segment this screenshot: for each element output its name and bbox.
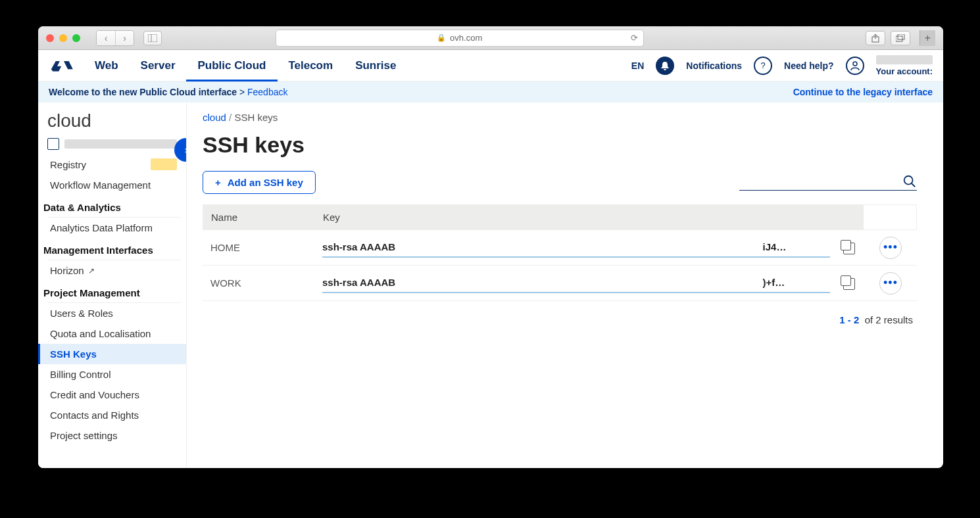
external-link-icon: ↗ — [88, 266, 95, 275]
toolbar: + Add an SSH key — [203, 171, 917, 194]
col-name: Name — [203, 205, 315, 229]
browser-titlebar: ‹ › 🔒 ovh.com ⟳ + — [38, 26, 943, 50]
sidebar-item-label: Project settings — [50, 430, 118, 441]
account-block[interactable]: Your account: — [876, 55, 933, 76]
project-selector[interactable] — [47, 138, 177, 150]
key-name: WORK — [203, 277, 314, 289]
sidebar-item-label: Workflow Management — [50, 179, 151, 191]
account-icon[interactable] — [846, 57, 864, 75]
row-actions-button[interactable]: ••• — [879, 237, 902, 259]
tab-sunrise[interactable]: Sunrise — [355, 50, 396, 81]
sidebar-item-label: Registry — [50, 159, 86, 170]
tab-public-cloud[interactable]: Public Cloud — [198, 50, 266, 81]
bell-icon[interactable] — [656, 57, 674, 75]
sidebar-item-registry[interactable]: Registry — [38, 154, 186, 175]
key-name: HOME — [203, 242, 314, 253]
key-cell — [314, 273, 864, 293]
sidebar-item-project-settings[interactable]: Project settings — [38, 425, 186, 446]
pagination: 1 - 2 of 2 results — [203, 314, 917, 325]
svg-line-7 — [912, 183, 916, 187]
sidebar-item-credit[interactable]: Credit and Vouchers — [38, 385, 186, 405]
new-tab-button[interactable]: + — [919, 30, 935, 46]
plus-icon: + — [215, 177, 221, 188]
share-icon[interactable] — [866, 31, 885, 45]
sidebar-section-data: Data & Analytics — [38, 195, 186, 217]
svg-rect-4 — [898, 34, 904, 39]
notifications-label[interactable]: Notifications — [686, 60, 742, 71]
tab-web[interactable]: Web — [95, 50, 118, 81]
row-actions-button[interactable]: ••• — [879, 272, 902, 294]
sidebar-item-horizon[interactable]: Horizon ↗ — [38, 260, 186, 281]
help-icon[interactable]: ? — [754, 57, 772, 75]
sidebar-item-analytics[interactable]: Analytics Data Platform — [38, 218, 186, 238]
table-row: WORK ••• — [203, 266, 917, 301]
sidebar-item-label: Contacts and Rights — [50, 410, 139, 421]
ovh-logo[interactable] — [49, 57, 79, 74]
account-name-redacted — [876, 55, 933, 64]
sidebar-header: cloud — [38, 103, 186, 154]
table-row: HOME ••• — [203, 230, 917, 266]
sidebar-item-label: SSH Keys — [50, 348, 97, 360]
breadcrumb: cloud / SSH keys — [203, 112, 917, 123]
sidebar-item-users-roles[interactable]: Users & Roles — [38, 303, 186, 323]
sidebar-item-quota[interactable]: Quota and Localisation — [38, 323, 186, 344]
sidebar-item-label: Analytics Data Platform — [50, 222, 153, 233]
main: cloud / SSH keys SSH keys + Add an SSH k… — [187, 103, 943, 468]
top-nav: Web Server Public Cloud Telecom Sunrise … — [38, 50, 943, 82]
sidebar-toggle[interactable] — [143, 31, 162, 45]
copy-icon[interactable] — [843, 278, 855, 290]
help-label[interactable]: Need help? — [784, 60, 833, 71]
banner-text: Welcome to the new Public Cloud interfac… — [49, 87, 237, 97]
key-value-input[interactable] — [322, 237, 830, 258]
welcome-banner: Welcome to the new Public Cloud interfac… — [38, 82, 943, 103]
back-button[interactable]: ‹ — [97, 31, 115, 45]
tab-server[interactable]: Server — [141, 50, 176, 81]
minimize-window[interactable] — [59, 34, 67, 42]
add-button-label: Add an SSH key — [228, 177, 303, 188]
svg-point-5 — [853, 62, 857, 66]
svg-point-6 — [904, 176, 913, 185]
add-ssh-key-button[interactable]: + Add an SSH key — [203, 171, 316, 194]
close-window[interactable] — [46, 34, 54, 42]
sidebar-item-billing[interactable]: Billing Control — [38, 364, 186, 385]
main-inner: cloud / SSH keys SSH keys + Add an SSH k… — [187, 103, 943, 325]
page-total-text: of 2 results — [865, 314, 913, 325]
titlebar-right — [866, 31, 910, 45]
forward-button[interactable]: › — [115, 31, 134, 45]
legacy-link[interactable]: Continue to the legacy interface — [793, 87, 933, 97]
maximize-window[interactable] — [72, 34, 80, 42]
sidebar-item-contacts[interactable]: Contacts and Rights — [38, 405, 186, 425]
feedback-link[interactable]: Feedback — [247, 87, 287, 97]
sidebar-item-ssh-keys[interactable]: SSH Keys — [38, 344, 186, 364]
key-value-input[interactable] — [322, 273, 830, 293]
table-header: Name Key — [203, 204, 917, 230]
top-nav-right: EN Notifications ? Need help? Your accou… — [631, 55, 933, 76]
key-cell — [314, 237, 864, 258]
lock-icon: 🔒 — [437, 34, 446, 42]
project-icon — [47, 138, 59, 150]
sidebar-item-workflow[interactable]: Workflow Management — [38, 175, 186, 195]
col-key: Key — [315, 205, 864, 229]
tabs-icon[interactable] — [891, 31, 910, 45]
sidebar-item-label: Credit and Vouchers — [50, 389, 139, 400]
ssh-keys-table: Name Key HOME ••• WORK — [203, 204, 917, 301]
copy-icon[interactable] — [843, 243, 855, 254]
address-bar[interactable]: 🔒 ovh.com ⟳ — [276, 30, 644, 47]
sidebar-item-label: Horizon — [50, 265, 84, 276]
search-input[interactable] — [739, 174, 917, 191]
reload-icon[interactable]: ⟳ — [631, 33, 638, 43]
nav-tabs: Web Server Public Cloud Telecom Sunrise — [95, 50, 396, 81]
svg-rect-0 — [148, 34, 157, 42]
lang-selector[interactable]: EN — [631, 60, 644, 71]
sidebar-scroll[interactable]: Registry Workflow Management Data & Anal… — [38, 154, 186, 459]
project-id-redacted — [64, 139, 177, 149]
sidebar-item-label: Users & Roles — [50, 308, 113, 319]
page-range: 1 - 2 — [839, 314, 859, 325]
sidebar: cloud › Registry Workflow Management Dat… — [38, 103, 187, 468]
breadcrumb-root[interactable]: cloud — [203, 112, 226, 123]
nav-buttons: ‹ › — [96, 30, 134, 46]
body: cloud › Registry Workflow Management Dat… — [38, 103, 943, 468]
sidebar-section-proj: Project Management — [38, 281, 186, 302]
tab-telecom[interactable]: Telecom — [288, 50, 333, 81]
account-label: Your account: — [876, 66, 933, 76]
